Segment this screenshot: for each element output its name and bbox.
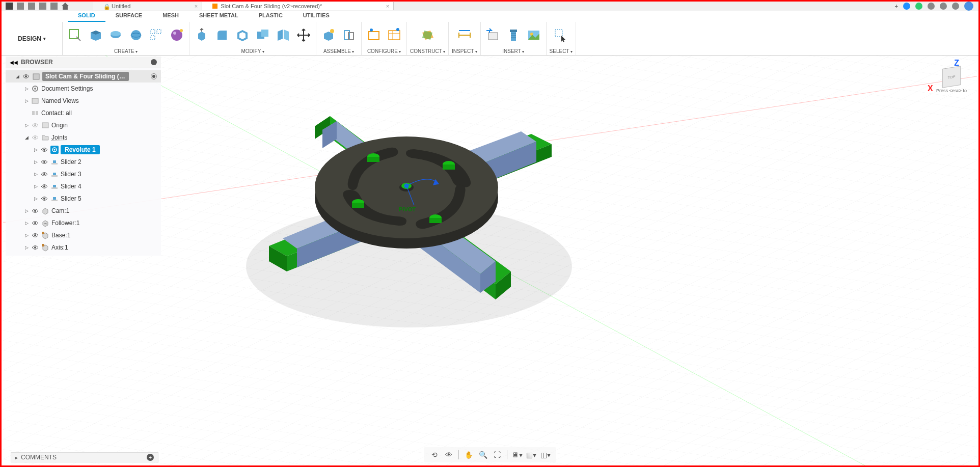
activate-radio[interactable] bbox=[151, 73, 157, 79]
pan-icon[interactable]: ✋ bbox=[463, 449, 474, 460]
plane-icon[interactable] bbox=[419, 26, 437, 44]
insert-derive-icon[interactable] bbox=[484, 26, 502, 44]
presspull-icon[interactable] bbox=[193, 26, 211, 44]
group-label[interactable]: INSERT bbox=[502, 47, 524, 55]
config-icon[interactable] bbox=[365, 26, 383, 44]
tab-plastic[interactable]: PLASTIC bbox=[249, 11, 293, 22]
group-label[interactable]: SELECT bbox=[550, 47, 573, 55]
measure-icon[interactable] bbox=[455, 26, 474, 44]
select-icon[interactable] bbox=[552, 26, 570, 44]
file-icon[interactable] bbox=[17, 3, 24, 10]
save-icon[interactable] bbox=[28, 3, 35, 10]
fit-icon[interactable]: ⛶ bbox=[492, 449, 503, 460]
visibility-icon[interactable] bbox=[40, 171, 48, 178]
zoom-icon[interactable]: 🔍 bbox=[477, 449, 488, 460]
expand-icon[interactable]: ▷ bbox=[24, 86, 29, 91]
tree-slider4[interactable]: ▷ Slider 4 bbox=[6, 180, 161, 193]
look-icon[interactable]: 👁 bbox=[443, 449, 454, 460]
visibility-icon[interactable] bbox=[31, 134, 39, 141]
pattern-icon[interactable] bbox=[147, 26, 166, 44]
tree-root[interactable]: ◢ Slot Cam & Four Sliding (v2~re... bbox=[6, 70, 161, 83]
user-avatar[interactable] bbox=[964, 2, 973, 11]
expand-icon[interactable]: ◢ bbox=[24, 135, 29, 140]
fillet-icon[interactable] bbox=[213, 26, 231, 44]
expand-icon[interactable]: ▷ bbox=[24, 245, 29, 250]
workspace-switcher[interactable]: DESIGN bbox=[2, 22, 63, 55]
group-label[interactable]: CREATE bbox=[114, 47, 138, 55]
joint-icon[interactable] bbox=[340, 26, 358, 44]
app-grid-icon[interactable] bbox=[6, 3, 13, 10]
visibility-icon[interactable] bbox=[31, 244, 39, 251]
close-icon[interactable]: × bbox=[195, 3, 198, 9]
sketch-icon[interactable] bbox=[66, 26, 84, 44]
display-icon[interactable]: 🖥▾ bbox=[511, 449, 523, 460]
visibility-icon[interactable] bbox=[40, 146, 48, 153]
comments-panel[interactable]: ▸ COMMENTS + bbox=[11, 452, 158, 462]
viewcube[interactable]: Z X TOP Press <esc> to bbox=[934, 63, 969, 93]
expand-icon[interactable]: ▷ bbox=[24, 123, 29, 128]
collapse-icon[interactable]: ◀◀ bbox=[10, 60, 18, 65]
tree-base[interactable]: ▷ Base:1 bbox=[6, 229, 161, 241]
undo-icon[interactable] bbox=[39, 3, 46, 10]
tab-untitled[interactable]: 🔒 Untitled × bbox=[93, 2, 202, 10]
redo-icon[interactable] bbox=[50, 3, 58, 10]
expand-icon[interactable]: ▷ bbox=[33, 196, 38, 201]
expand-icon[interactable]: ◢ bbox=[15, 74, 20, 79]
insert-mcmaster-icon[interactable] bbox=[504, 26, 523, 44]
expand-icon[interactable]: ▷ bbox=[33, 147, 38, 152]
tree-joints[interactable]: ◢ Joints bbox=[6, 131, 161, 144]
viewcube-cube[interactable]: TOP bbox=[942, 66, 961, 88]
expand-icon[interactable]: ▷ bbox=[33, 159, 38, 164]
combine-icon[interactable] bbox=[254, 26, 272, 44]
expand-icon[interactable]: ▷ bbox=[33, 184, 38, 189]
grid-icon[interactable]: ▦▾ bbox=[526, 449, 537, 460]
tab-surface[interactable]: SURFACE bbox=[105, 11, 153, 22]
tree-slider2[interactable]: ▷ Slider 2 bbox=[6, 156, 161, 168]
viewport-icon[interactable]: ◫▾ bbox=[540, 449, 551, 460]
tree-axis[interactable]: ▷ Axis:1 bbox=[6, 241, 161, 254]
split-icon[interactable] bbox=[274, 26, 292, 44]
expand-icon[interactable]: ▷ bbox=[24, 208, 29, 213]
visibility-icon[interactable] bbox=[40, 158, 48, 166]
tab-sheetmetal[interactable]: SHEET METAL bbox=[189, 11, 249, 22]
tab-slotcam[interactable]: Slot Cam & Four Sliding (v2~recovered)* … bbox=[202, 2, 394, 10]
insert-decal-icon[interactable] bbox=[525, 26, 543, 44]
tree-slider5[interactable]: ▷ Slider 5 bbox=[6, 193, 161, 205]
expand-icon[interactable]: ▷ bbox=[24, 233, 29, 238]
notifications-icon[interactable] bbox=[940, 3, 947, 10]
expand-icon[interactable]: ▷ bbox=[24, 221, 29, 226]
tree-origin[interactable]: ▷ Origin bbox=[6, 119, 161, 131]
help-icon[interactable] bbox=[952, 3, 959, 10]
tree-doc-settings[interactable]: ▷ Document Settings bbox=[6, 83, 161, 95]
expand-icon[interactable]: ▸ bbox=[15, 455, 18, 460]
close-icon[interactable]: × bbox=[386, 3, 389, 9]
expand-icon[interactable]: ▷ bbox=[33, 172, 38, 177]
emboss-icon[interactable] bbox=[168, 26, 186, 44]
visibility-icon[interactable] bbox=[31, 232, 39, 239]
add-comment-icon[interactable]: + bbox=[147, 454, 154, 461]
group-label[interactable]: ASSEMBLE bbox=[323, 47, 354, 55]
data-panel-icon[interactable] bbox=[903, 3, 910, 10]
visibility-icon[interactable] bbox=[22, 73, 30, 80]
tab-mesh[interactable]: MESH bbox=[152, 11, 189, 22]
visibility-icon[interactable] bbox=[31, 219, 39, 227]
revolve-icon[interactable] bbox=[106, 26, 125, 44]
move-icon[interactable] bbox=[294, 26, 313, 44]
extrude-icon[interactable] bbox=[86, 26, 104, 44]
tree-cam[interactable]: ▷ Cam:1 bbox=[6, 205, 161, 217]
orbit-icon[interactable]: ⟲ bbox=[429, 449, 440, 460]
visibility-icon[interactable] bbox=[40, 183, 48, 190]
tree-named-views[interactable]: ▷ Named Views bbox=[6, 95, 161, 107]
model-view[interactable]: PIVOT bbox=[195, 73, 654, 358]
sphere-icon[interactable] bbox=[127, 26, 145, 44]
tab-utilities[interactable]: UTILITIES bbox=[293, 11, 340, 22]
group-label[interactable]: CONFIGURE bbox=[367, 47, 401, 55]
browser-options-icon[interactable] bbox=[151, 59, 157, 65]
extensions-icon[interactable] bbox=[928, 3, 935, 10]
new-tab-icon[interactable]: + bbox=[895, 3, 898, 9]
tab-solid[interactable]: SOLID bbox=[68, 11, 105, 22]
group-label[interactable]: INSPECT bbox=[452, 47, 477, 55]
expand-icon[interactable]: ▷ bbox=[24, 98, 29, 103]
visibility-icon[interactable] bbox=[31, 122, 39, 129]
group-label[interactable]: MODIFY bbox=[241, 47, 264, 55]
